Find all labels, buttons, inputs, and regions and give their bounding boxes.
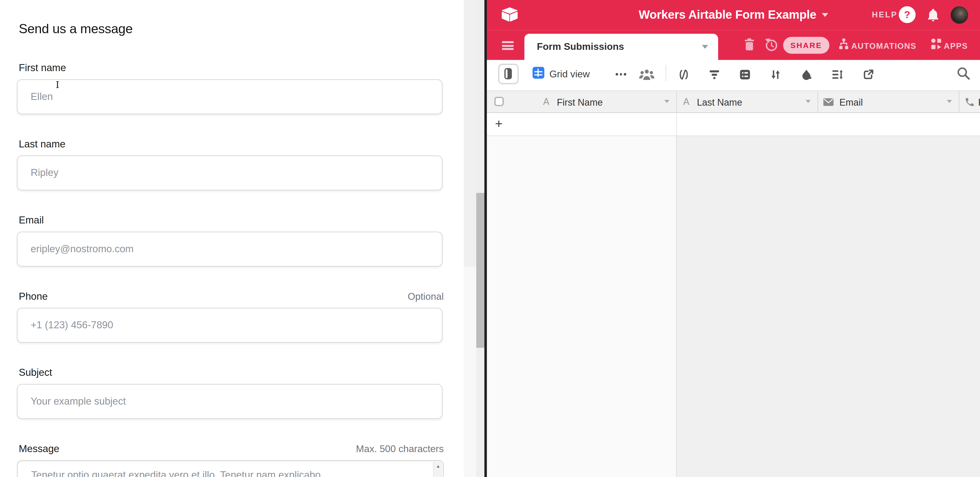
column-separator[interactable] xyxy=(818,91,818,113)
grid-gridline xyxy=(676,136,677,477)
airtable-topbar: Workers Airtable Form Example HELP ? xyxy=(487,0,980,30)
row-height-icon[interactable] xyxy=(832,69,843,80)
apps-label[interactable]: APPS xyxy=(943,41,968,51)
table-tab-label: Form Submissions xyxy=(537,41,624,52)
last-name-input[interactable] xyxy=(17,155,442,190)
share-view-icon[interactable] xyxy=(863,69,874,80)
page-title: Send us a message xyxy=(19,21,133,36)
column-caret-icon[interactable] xyxy=(947,100,952,103)
question-mark-icon: ? xyxy=(904,9,910,20)
notifications-bell-icon[interactable] xyxy=(926,8,940,22)
page-gutter xyxy=(464,0,476,266)
column-header-email[interactable]: Email xyxy=(839,97,862,108)
email-label: Email xyxy=(19,215,44,226)
collaborators-icon[interactable] xyxy=(638,69,655,81)
share-label: SHARE xyxy=(791,41,822,50)
search-icon[interactable] xyxy=(957,67,970,80)
view-sidebar-toggle-button[interactable] xyxy=(498,63,519,84)
column-header-last-name[interactable]: Last Name xyxy=(697,97,742,108)
message-textarea[interactable]: Tenetur optio quaerat expedita vero et i… xyxy=(17,460,444,477)
sidebar-menu-icon[interactable] xyxy=(502,41,514,50)
filter-icon[interactable] xyxy=(709,69,720,80)
user-avatar[interactable] xyxy=(951,6,968,24)
trash-icon[interactable] xyxy=(745,38,755,51)
base-title[interactable]: Workers Airtable Form Example xyxy=(638,8,816,22)
view-options-ellipsis-icon[interactable] xyxy=(616,73,626,75)
last-name-label: Last name xyxy=(19,139,65,150)
column-header-phone[interactable]: Phone xyxy=(978,97,980,108)
column-caret-icon[interactable] xyxy=(805,100,810,103)
sidebar-panel-icon xyxy=(504,68,512,79)
table-tab-caret-icon[interactable] xyxy=(702,45,708,49)
phone-field-icon xyxy=(964,97,975,108)
grid-view-icon[interactable] xyxy=(533,67,544,79)
screenshot-stage: Send us a message First name Last name E… xyxy=(0,0,980,477)
form-web-page: Send us a message First name Last name E… xyxy=(0,0,464,477)
help-button[interactable]: HELP xyxy=(872,10,898,19)
text-field-icon: A xyxy=(683,96,689,107)
text-cursor-icon: I xyxy=(56,81,59,90)
view-name-button[interactable]: Grid view xyxy=(549,69,590,80)
grid-body-primary-column xyxy=(487,136,676,477)
subject-input[interactable] xyxy=(17,384,442,419)
message-maxchars-label: Max. 500 characters xyxy=(356,443,444,455)
scroll-up-icon[interactable]: ▲ xyxy=(434,464,442,468)
grid-add-row[interactable]: + xyxy=(487,113,980,136)
grid-gridline xyxy=(676,113,677,135)
color-icon[interactable] xyxy=(801,69,813,81)
message-scrollbar[interactable]: ▲ xyxy=(433,461,442,477)
first-name-input[interactable] xyxy=(17,79,442,114)
email-field-icon xyxy=(823,98,834,106)
scaled-viewport: Send us a message First name Last name E… xyxy=(0,0,980,477)
hide-fields-icon[interactable] xyxy=(678,69,689,80)
sort-icon[interactable] xyxy=(771,69,781,80)
base-title-caret-icon[interactable] xyxy=(822,13,828,17)
airtable-window: Workers Airtable Form Example HELP ? For… xyxy=(487,0,980,477)
column-separator[interactable] xyxy=(959,91,959,113)
column-header-first-name[interactable]: First Name xyxy=(557,97,603,108)
share-button[interactable]: SHARE xyxy=(783,37,829,54)
page-scrollbar-thumb[interactable] xyxy=(476,193,484,348)
phone-input[interactable] xyxy=(17,308,442,343)
grid-body-empty-area xyxy=(677,136,980,477)
window-divider xyxy=(484,0,487,477)
grid-header-row: A First Name A Last Name Email Phone xyxy=(487,90,980,113)
phone-label: Phone xyxy=(19,291,48,302)
text-field-icon: A xyxy=(543,96,549,107)
page-gutter-lower xyxy=(464,266,476,477)
phone-optional-label: Optional xyxy=(408,291,444,302)
add-row-plus-icon[interactable]: + xyxy=(495,116,503,131)
first-name-label: First name xyxy=(19,63,66,74)
help-circle-button[interactable]: ? xyxy=(899,6,916,23)
column-separator[interactable] xyxy=(676,91,677,113)
message-label: Message xyxy=(19,443,59,455)
automations-icon[interactable] xyxy=(838,38,850,51)
column-caret-icon[interactable] xyxy=(665,100,670,103)
toolbar-divider xyxy=(665,65,666,81)
automations-label[interactable]: AUTOMATIONS xyxy=(851,41,916,51)
subject-label: Subject xyxy=(19,367,52,379)
tab-form-submissions[interactable]: Form Submissions xyxy=(524,34,718,60)
select-all-checkbox[interactable] xyxy=(495,97,504,106)
apps-icon[interactable] xyxy=(931,38,942,50)
email-input[interactable] xyxy=(17,232,442,267)
message-text: Tenetur optio quaerat expedita vero et i… xyxy=(31,469,427,477)
grid-body xyxy=(487,136,980,477)
group-icon[interactable] xyxy=(739,69,751,80)
snapshot-history-icon[interactable] xyxy=(764,38,778,52)
